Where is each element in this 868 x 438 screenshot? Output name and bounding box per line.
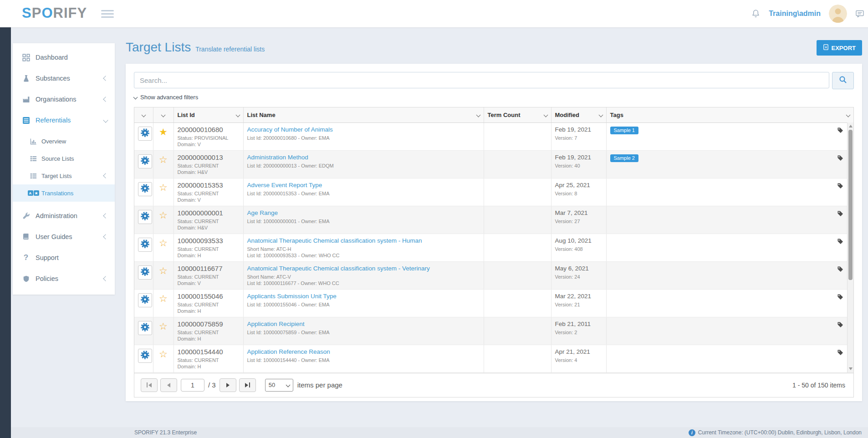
- column-menu-icon[interactable]: [141, 112, 146, 117]
- list-meta-label: List Id: 100000000001 - Owner: EMA: [247, 218, 480, 224]
- favorite-star-icon[interactable]: ☆: [157, 349, 170, 359]
- gear-icon: [140, 239, 150, 250]
- list-name-link[interactable]: Application Recipient: [247, 320, 480, 328]
- menu-toggle-icon[interactable]: [101, 10, 114, 20]
- favorite-star-icon[interactable]: ☆: [157, 155, 170, 165]
- row-settings-button[interactable]: [138, 182, 152, 196]
- column-menu-icon[interactable]: [598, 112, 603, 117]
- user-avatar[interactable]: [829, 5, 847, 23]
- tag-badge: Sample 2: [610, 154, 638, 162]
- sidebar-navigation: DashboardSubstancesOrganisationsReferent…: [13, 43, 115, 295]
- row-settings-button[interactable]: [138, 293, 152, 307]
- list-name-link[interactable]: Anatomical Therapeutic Chemical classifi…: [247, 237, 480, 244]
- chat-icon[interactable]: [855, 9, 864, 18]
- list-id-value: 200000015353: [178, 181, 240, 189]
- scrollbar-thumb[interactable]: [848, 130, 853, 280]
- list-name-link[interactable]: Application Reference Reason: [247, 348, 480, 356]
- tag-icon[interactable]: [837, 210, 843, 219]
- table-row: ☆200000015353Status: CURRENTDomain: VAdv…: [134, 178, 853, 206]
- column-menu-icon[interactable]: [476, 112, 480, 117]
- favorite-star-icon[interactable]: ☆: [157, 238, 170, 248]
- term-count-cell: [484, 317, 551, 345]
- list-name-link[interactable]: Accuracy of Number of Animals: [247, 126, 480, 133]
- sidebar-item-target-lists[interactable]: Target Lists: [13, 167, 115, 184]
- sidebar-item-overview[interactable]: Overview: [13, 132, 115, 150]
- tag-icon[interactable]: [837, 349, 843, 357]
- column-menu-icon[interactable]: [543, 112, 548, 117]
- shield-icon: [22, 275, 30, 282]
- list-meta-label: List Id: 100000116677 - Owner: WHO CC: [247, 280, 480, 286]
- row-settings-button[interactable]: [138, 210, 152, 224]
- search-input[interactable]: [134, 72, 829, 88]
- row-settings-button[interactable]: [138, 238, 152, 252]
- last-page-button[interactable]: [239, 378, 256, 392]
- sidebar-item-policies[interactable]: Policies: [13, 268, 115, 289]
- tag-icon[interactable]: [837, 238, 843, 246]
- first-page-button[interactable]: [141, 378, 158, 392]
- sidebar-item-administration[interactable]: Administration: [13, 205, 115, 226]
- list-name-link[interactable]: Applicants Submission Unit Type: [247, 292, 480, 300]
- tag-icon[interactable]: [837, 266, 843, 274]
- favorite-star-icon[interactable]: ☆: [157, 210, 170, 220]
- row-settings-button[interactable]: [138, 321, 152, 335]
- page-title: Target Lists: [126, 40, 191, 55]
- advanced-filters-toggle[interactable]: Show advanced filters: [134, 94, 854, 101]
- gear-icon: [140, 295, 150, 306]
- scroll-up-arrow-icon[interactable]: [849, 125, 853, 127]
- factory-icon: [22, 96, 30, 103]
- scroll-down-arrow-icon[interactable]: [849, 367, 853, 370]
- tag-icon[interactable]: [837, 155, 843, 163]
- user-menu[interactable]: Training\admin: [769, 10, 821, 18]
- term-count-cell: [484, 234, 551, 261]
- page-number-input[interactable]: [181, 379, 204, 392]
- table-scrollbar[interactable]: [847, 122, 853, 372]
- row-settings-button[interactable]: [138, 265, 152, 280]
- sidebar-item-substances[interactable]: Substances: [13, 68, 115, 89]
- column-menu-icon[interactable]: [235, 112, 240, 117]
- favorite-star-icon[interactable]: ☆: [157, 266, 170, 276]
- list-name-link[interactable]: Anatomical Therapeutic Chemical classifi…: [247, 265, 480, 272]
- wrench-icon: [22, 212, 30, 220]
- column-menu-icon[interactable]: [846, 112, 851, 117]
- list-name-link[interactable]: Age Range: [247, 209, 480, 217]
- row-settings-button[interactable]: [138, 127, 152, 141]
- favorite-star-icon[interactable]: ☆: [157, 321, 170, 331]
- favorite-star-icon[interactable]: ☆: [157, 294, 170, 304]
- sidebar-item-source-lists[interactable]: Source Lists: [13, 150, 115, 167]
- status-label: Status: PROVISIONAL: [178, 135, 240, 141]
- next-page-button[interactable]: [220, 378, 236, 392]
- domain-label: Domain: V: [178, 141, 240, 148]
- sidebar-item-support[interactable]: ?Support: [13, 247, 115, 268]
- favorite-star-icon[interactable]: ☆: [157, 183, 170, 193]
- column-menu-icon[interactable]: [161, 112, 166, 117]
- status-label: Status: CURRENT: [178, 301, 240, 308]
- list-name-link[interactable]: Administration Method: [247, 153, 480, 161]
- sidebar-item-dashboard[interactable]: Dashboard: [13, 47, 115, 68]
- column-header-modified: Modified: [555, 112, 579, 118]
- page-size-select[interactable]: 50: [265, 379, 293, 392]
- app-logo: SPORIFY: [22, 5, 87, 21]
- version-label: Version: 7: [555, 135, 602, 141]
- sidebar-item-referentials[interactable]: Referentials: [13, 110, 115, 131]
- tag-icon[interactable]: [837, 183, 843, 191]
- tag-icon[interactable]: [837, 127, 843, 135]
- sidebar-item-organisations[interactable]: Organisations: [13, 89, 115, 110]
- export-button[interactable]: x EXPORT: [817, 40, 862, 56]
- row-settings-button[interactable]: [138, 154, 152, 168]
- list-name-link[interactable]: Adverse Event Report Type: [247, 181, 480, 189]
- sidebar-item-user-guides[interactable]: User Guides: [13, 226, 115, 247]
- notifications-bell-icon[interactable]: [751, 9, 761, 19]
- tag-icon[interactable]: [837, 294, 843, 302]
- table-row: ☆100000093533Status: CURRENTDomain: HAna…: [134, 234, 853, 261]
- sidebar-item-translations[interactable]: A★Translations: [13, 184, 115, 202]
- previous-page-button[interactable]: [160, 378, 177, 392]
- status-label: Status: CURRENT: [178, 218, 240, 224]
- term-count-cell: [484, 206, 551, 234]
- row-settings-button[interactable]: [138, 349, 152, 363]
- list-id-value: 100000154440: [178, 348, 240, 356]
- search-button[interactable]: [832, 72, 854, 89]
- favorite-star-icon[interactable]: ★: [157, 127, 170, 137]
- tag-icon[interactable]: [837, 321, 843, 330]
- timezone-label: Current Timezone: (UTC+00:00) Dublin, Ed…: [698, 429, 862, 436]
- status-label: Status: CURRENT: [178, 190, 240, 197]
